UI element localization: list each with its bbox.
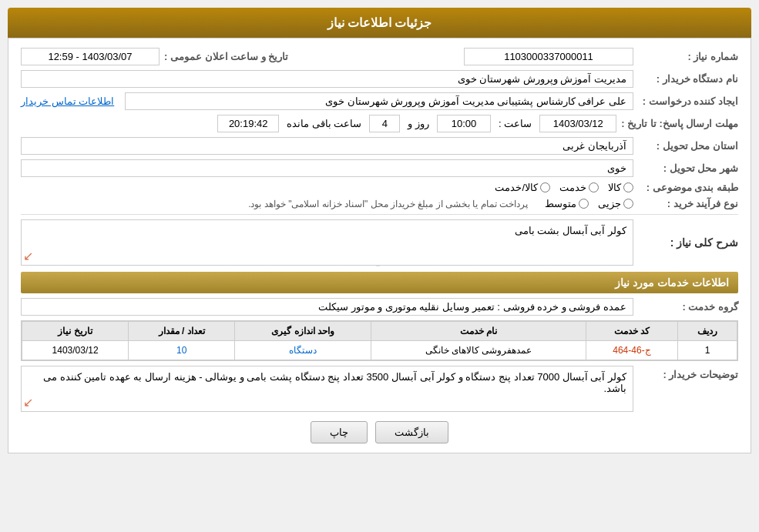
radio-mottasat[interactable]: متوسط	[545, 198, 589, 209]
group-label: گروه خدمت :	[638, 301, 738, 313]
services-table: ردیف کد خدمت نام خدمت واحد اندازه گیری ت…	[22, 321, 737, 360]
ostan-label: استان محل تحویل :	[638, 140, 738, 152]
cell-vahed: دستگاه	[235, 341, 371, 360]
sharh-row: شرح کلی نیاز : کولر آبی آبسال بشت بامی ↙	[21, 219, 738, 266]
radio-jozi-input[interactable]	[623, 199, 633, 209]
col-radif: ردیف	[677, 322, 737, 341]
tabaghebandi-label: طبقه بندی موضوعی :	[638, 182, 738, 193]
tosih-area: کولر آبی آبسال 7000 تعداد پنج دستگاه و ک…	[21, 366, 633, 412]
namDastgah-value: مدیریت آموزش وپرورش شهرستان خوی	[21, 70, 633, 88]
radio-kala[interactable]: کالا	[608, 182, 633, 193]
button-row: بازگشت چاپ	[21, 421, 738, 443]
services-table-container: ردیف کد خدمت نام خدمت واحد اندازه گیری ت…	[21, 320, 738, 361]
col-tedad: تعداد / مقدار	[129, 322, 235, 341]
cell-radif: 1	[677, 341, 737, 360]
saat-label: ساعت :	[499, 118, 532, 129]
radio-kala-khadamat-label: کالا/خدمت	[495, 182, 538, 193]
novFarayand-row: نوع فرآیند خرید : جزیی متوسط پرداخت تمام…	[21, 198, 738, 209]
radio-khadamat-input[interactable]	[589, 182, 599, 192]
radio-mottasat-input[interactable]	[579, 199, 589, 209]
col-tarikh: تاریخ نیاز	[22, 322, 129, 341]
shomareNiaz-row: شماره نیاز : 1103000337000011 تاریخ و سا…	[21, 48, 738, 65]
page-title: جزئیات اطلاعات نیاز	[327, 16, 432, 29]
tarikh-value: 1403/03/07 - 12:59	[21, 48, 160, 65]
novFarayand-text: پرداخت تمام یا بخشی از مبلغ خریداز محل "…	[248, 199, 528, 209]
tarikh-label: تاریخ و ساعت اعلان عمومی :	[164, 51, 303, 62]
sharh-text: کولر آبی آبسال بشت بامی	[515, 225, 626, 236]
sharh-label: شرح کلی نیاز :	[638, 236, 738, 249]
roz-label: روز و	[408, 118, 429, 129]
shahr-row: شهر محل تحویل : خوی	[21, 159, 738, 177]
ijadKonande-value: علی عرافی کارشناس پشتیبانی مدیریت آموزش …	[125, 92, 633, 110]
group-row: گروه خدمت : عمده فروشی و خرده فروشی : تع…	[21, 298, 738, 316]
radio-kala-label: کالا	[608, 182, 621, 193]
shomareNiaz-label: شماره نیاز :	[638, 51, 738, 62]
chap-button[interactable]: چاپ	[311, 421, 368, 443]
radio-jozi-label: جزیی	[598, 198, 621, 209]
saat-value: 10:00	[437, 115, 491, 132]
col-nam: نام خدمت	[371, 322, 586, 341]
mohlat-label: مهلت ارسال پاسخ: تا تاریخ :	[621, 118, 738, 129]
ijadKonande-label: ایجاد کننده درخواست :	[638, 95, 738, 107]
radio-kala-input[interactable]	[623, 182, 633, 192]
table-row: 1 ج-46-464 عمدهفروشی کالاهای خانگی دستگا…	[22, 341, 737, 360]
novFarayand-label: نوع فرآیند خرید :	[638, 198, 738, 209]
radio-kala-khadamat-input[interactable]	[540, 182, 550, 192]
cell-tedad: 10	[129, 341, 235, 360]
ostan-value: آذربایجان غربی	[21, 137, 633, 155]
novFarayand-options: جزیی متوسط پرداخت تمام یا بخشی از مبلغ خ…	[248, 198, 633, 209]
khadamat-section-label: اطلاعات خدمات مورد نیاز	[615, 276, 729, 289]
col-vahed: واحد اندازه گیری	[235, 322, 371, 341]
namDastgah-label: نام دستگاه خریدار :	[638, 73, 738, 85]
radio-kala-khadamat[interactable]: کالا/خدمت	[495, 182, 550, 193]
tabaghebandi-row: طبقه بندی موضوعی : کالا خدمت کالا/خدمت	[21, 182, 738, 193]
mohlat-row: مهلت ارسال پاسخ: تا تاریخ : 1403/03/12 س…	[21, 115, 738, 132]
bazgasht-button[interactable]: بازگشت	[375, 421, 448, 443]
col-kod: کد خدمت	[586, 322, 677, 341]
tosih-text: کولر آبی آبسال 7000 تعداد پنج دستگاه و ک…	[43, 371, 626, 394]
roz-value: 4	[369, 115, 400, 132]
page-header: جزئیات اطلاعات نیاز	[8, 8, 751, 38]
shomareNiaz-value: 1103000337000011	[464, 48, 633, 65]
radio-khadamat[interactable]: خدمت	[559, 182, 599, 193]
sharh-value: کولر آبی آبسال بشت بامی ↙	[21, 219, 633, 266]
ostan-row: استان محل تحویل : آذربایجان غربی	[21, 137, 738, 155]
tosih-label: توضیحات خریدار :	[638, 366, 738, 380]
radio-jozi[interactable]: جزیی	[598, 198, 633, 209]
cell-tarikh: 1403/03/12	[22, 341, 129, 360]
tabaghebandi-options: کالا خدمت کالا/خدمت	[495, 182, 633, 193]
cell-nam: عمدهفروشی کالاهای خانگی	[371, 341, 586, 360]
tosih-row: توضیحات خریدار : کولر آبی آبسال 7000 تعد…	[21, 366, 738, 412]
radio-khadamat-label: خدمت	[559, 182, 586, 193]
khadamat-section-header: اطلاعات خدمات مورد نیاز	[21, 272, 738, 293]
corner-icon-tosih: ↙	[23, 395, 33, 410]
mohlat-date: 1403/03/12	[539, 115, 616, 132]
shahr-label: شهر محل تحویل :	[638, 162, 738, 174]
namDastgah-row: نام دستگاه خریدار : مدیریت آموزش وپرورش …	[21, 70, 738, 88]
cell-kod: ج-46-464	[586, 341, 677, 360]
ijadKonande-row: ایجاد کننده درخواست : علی عرافی کارشناس …	[21, 92, 738, 110]
shahr-value: خوی	[21, 159, 633, 177]
corner-icon: ↙	[23, 249, 33, 263]
etelaat-tamas-link[interactable]: اطلاعات تماس خریدار	[21, 95, 114, 107]
baghimande-value: 20:19:42	[217, 115, 279, 132]
group-value: عمده فروشی و خرده فروشی : تعمیر وسایل نق…	[21, 298, 633, 316]
radio-mottasat-label: متوسط	[545, 198, 576, 209]
baghimande-label: ساعت باقی مانده	[287, 118, 361, 129]
